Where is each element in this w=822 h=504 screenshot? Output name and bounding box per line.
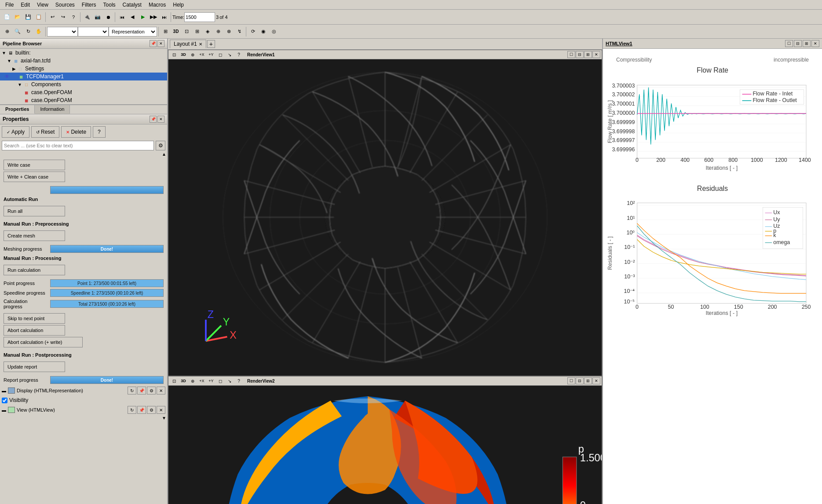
- v2-y-btn[interactable]: +Y: [207, 377, 216, 385]
- tree-item-tcfd[interactable]: 👁 ◼ TCFDManager1: [0, 73, 167, 80]
- eye-icon-tcfd[interactable]: 👁: [4, 73, 11, 80]
- pipeline-pin-btn[interactable]: 📌: [150, 40, 157, 47]
- first-frame-btn[interactable]: ⏮: [117, 12, 127, 22]
- v1-help-btn[interactable]: ?: [234, 51, 243, 58]
- props-close-btn[interactable]: ✕: [157, 116, 164, 123]
- html-close-btn[interactable]: ✕: [811, 40, 819, 47]
- tb3[interactable]: ◈: [202, 26, 213, 37]
- layout-tab[interactable]: Layout #1 ✕: [170, 40, 206, 48]
- skip-next-point-btn[interactable]: Skip to next point: [4, 313, 65, 324]
- scroll-down-arrow[interactable]: ▼: [162, 416, 166, 420]
- v1-maximize-btn[interactable]: ☐: [567, 51, 575, 58]
- menu-macros[interactable]: Macros: [145, 1, 169, 9]
- tree-item-settings[interactable]: ▶ □ Settings: [0, 65, 167, 73]
- v2-x-btn[interactable]: +X: [197, 377, 206, 385]
- run-all-btn[interactable]: Run all: [4, 206, 65, 216]
- help-prop-btn[interactable]: ?: [93, 126, 106, 138]
- props-pin-btn[interactable]: 📌: [150, 116, 157, 123]
- v1-select-btn[interactable]: ◻: [216, 51, 225, 58]
- scroll-up-arrow[interactable]: ▲: [162, 152, 166, 157]
- display-close-btn[interactable]: ✕: [157, 387, 165, 394]
- v2-interact-btn[interactable]: ⊡: [170, 377, 179, 385]
- pipeline-close-btn[interactable]: ✕: [157, 40, 164, 47]
- play-btn[interactable]: ▶: [138, 12, 148, 22]
- tb2[interactable]: ⊞: [192, 26, 202, 37]
- redo-btn[interactable]: ↪: [58, 12, 68, 22]
- v2-select-btn[interactable]: ◻: [216, 377, 225, 385]
- tb8[interactable]: ◉: [258, 26, 269, 37]
- representation-select[interactable]: Representation: [109, 27, 157, 37]
- tb7[interactable]: ⟳: [248, 26, 258, 37]
- update-report-btn[interactable]: Update report: [4, 362, 65, 372]
- view-settings-btn[interactable]: ⚙: [147, 406, 156, 414]
- time-input[interactable]: [184, 12, 215, 22]
- v1-reset-btn[interactable]: ⊕: [188, 51, 197, 58]
- v2-split-v-btn[interactable]: ⊞: [584, 377, 592, 384]
- menu-file[interactable]: File: [2, 1, 17, 9]
- undo-btn[interactable]: ↩: [47, 12, 58, 22]
- tree-item-case2[interactable]: ◼ case.OpenFOAM: [0, 96, 167, 104]
- write-clean-btn[interactable]: Write + Clean case: [4, 172, 65, 182]
- menu-view[interactable]: View: [33, 1, 52, 9]
- reset-camera-btn[interactable]: ⊕: [2, 26, 12, 37]
- search-input[interactable]: [2, 141, 154, 150]
- menu-help[interactable]: Help: [169, 1, 187, 9]
- menu-edit[interactable]: Edit: [17, 1, 33, 9]
- tree-item-axial-fan[interactable]: ▼ ◼ axial-fan.tcfd: [0, 57, 167, 65]
- html-view-title[interactable]: HTMLView1: [606, 41, 632, 46]
- v1-3d-btn[interactable]: 3D: [179, 51, 188, 58]
- prev-frame-btn[interactable]: ◀: [127, 12, 138, 22]
- html-maximize-btn[interactable]: ☐: [785, 40, 793, 47]
- tb1[interactable]: ⊡: [181, 26, 192, 37]
- menu-sources[interactable]: Sources: [52, 1, 78, 9]
- v1-interact-btn[interactable]: ⊡: [170, 51, 179, 58]
- v1-close-btn[interactable]: ✕: [592, 51, 600, 58]
- tree-item-case1[interactable]: ◼ case.OpenFOAM: [0, 88, 167, 96]
- layout-tab-close[interactable]: ✕: [199, 42, 202, 47]
- 3d-btn[interactable]: 3D: [171, 26, 181, 37]
- abort-calculation-write-btn[interactable]: Abort calculation (+ write): [4, 337, 83, 347]
- tb9[interactable]: ◎: [269, 26, 279, 37]
- v1-pick-btn[interactable]: ↘: [225, 51, 234, 58]
- html-split-v-btn[interactable]: ⊞: [803, 40, 811, 47]
- last-frame-btn[interactable]: ⏭: [159, 12, 169, 22]
- v1-y-btn[interactable]: +Y: [207, 51, 216, 58]
- v1-split-v-btn[interactable]: ⊞: [584, 51, 592, 58]
- v2-reset-btn[interactable]: ⊕: [188, 377, 197, 385]
- connect-btn[interactable]: 🔌: [82, 12, 92, 22]
- interact-btn[interactable]: ⊞: [160, 26, 171, 37]
- view-pin-btn[interactable]: 📌: [137, 406, 146, 414]
- add-layout-btn[interactable]: +: [207, 40, 215, 48]
- record-btn[interactable]: ⏺: [103, 12, 113, 22]
- run-calculation-btn[interactable]: Run calculation: [4, 265, 65, 275]
- open-btn[interactable]: 📂: [12, 12, 23, 22]
- display-pin-btn[interactable]: 📌: [137, 387, 146, 394]
- view-close-btn[interactable]: ✕: [157, 406, 165, 414]
- tree-item-components[interactable]: ▼ □ Components: [0, 80, 167, 88]
- view2-content[interactable]: 1.500e+03 0 -1375 -2750 -4.000e+03 p X: [168, 386, 602, 504]
- pipeline-select[interactable]: [47, 27, 78, 37]
- v2-3d-btn[interactable]: 3D: [179, 377, 188, 385]
- view1-content[interactable]: X Y Z: [168, 59, 602, 375]
- v1-x-btn[interactable]: +X: [197, 51, 206, 58]
- v2-split-h-btn[interactable]: ⊟: [576, 377, 584, 384]
- display-refresh-btn[interactable]: ↻: [128, 387, 136, 394]
- tree-item-builtin[interactable]: ▼ 🖥 builtin:: [0, 49, 167, 57]
- help-btn[interactable]: ?: [68, 12, 79, 22]
- visibility-checkbox[interactable]: [2, 398, 7, 403]
- v2-maximize-btn[interactable]: ☐: [567, 377, 575, 384]
- create-mesh-btn[interactable]: Create mesh: [4, 230, 65, 241]
- v2-close-btn[interactable]: ✕: [592, 377, 600, 384]
- v2-pick-btn[interactable]: ↘: [225, 377, 234, 385]
- rotate-btn[interactable]: ↻: [23, 26, 33, 37]
- apply-btn[interactable]: ✓ Apply: [2, 126, 29, 138]
- html-split-h-btn[interactable]: ⊟: [794, 40, 802, 47]
- menu-tools[interactable]: Tools: [100, 1, 119, 9]
- v2-help-btn[interactable]: ?: [234, 377, 243, 385]
- save-state-btn[interactable]: 📋: [33, 12, 44, 22]
- tab-information[interactable]: Information: [35, 105, 70, 114]
- write-case-btn[interactable]: Write case: [4, 160, 65, 170]
- tb5[interactable]: ⊗: [223, 26, 234, 37]
- delete-btn[interactable]: ✕ Delete: [61, 126, 91, 138]
- abort-calculation-btn[interactable]: Abort calculation: [4, 325, 65, 336]
